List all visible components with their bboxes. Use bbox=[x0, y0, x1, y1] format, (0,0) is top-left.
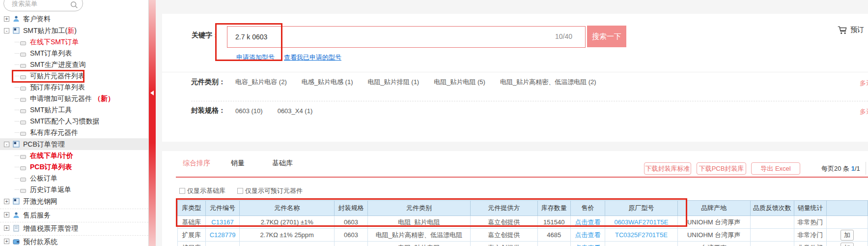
collapse-icon[interactable]: - bbox=[4, 142, 9, 147]
mpn-link[interactable]: 0603WAF2701T5E bbox=[614, 218, 668, 226]
provider-cell: 嘉立创提供 bbox=[470, 216, 537, 229]
sidebar-item-smt-personal-data[interactable]: SMT匹配个人习惯数据 bbox=[0, 116, 148, 127]
expand-icon[interactable]: + bbox=[4, 225, 9, 231]
category-option[interactable]: 电感_贴片电感 (1) bbox=[302, 78, 353, 87]
download-footprint-standard-button[interactable]: 下载封装库标准 bbox=[644, 162, 691, 175]
stock-cell bbox=[537, 242, 570, 246]
expand-icon[interactable]: + bbox=[4, 239, 9, 244]
part-name-cell bbox=[240, 242, 335, 246]
tree-stub bbox=[15, 76, 19, 76]
sidebar: + 客户资料 - SMT贴片加工(新) 在线下SMT订单 SMT订单列表 SMT… bbox=[0, 0, 149, 246]
sales-cell: 非常热门 bbox=[794, 216, 826, 229]
collapse-icon[interactable]: - bbox=[4, 28, 9, 33]
col-price: 售价 bbox=[570, 201, 605, 216]
pagination: 每页20 条 1/1 bbox=[821, 164, 860, 173]
sidebar-item-smt-progress[interactable]: SMT生产进度查询 bbox=[0, 59, 148, 70]
table-row: 扩展库 C128779 2.7KΩ ±1% 25ppm 0603 电阻_贴片高精… bbox=[178, 229, 868, 242]
multi-select-link[interactable]: 多选 bbox=[860, 107, 868, 116]
add-to-cart-button[interactable]: 加 bbox=[840, 230, 854, 241]
category-option[interactable]: 电阻_贴片高精密、低温漂电阻 (2) bbox=[500, 78, 596, 87]
lib-type-cell: 扩展库 bbox=[178, 229, 206, 242]
orderable-checkbox[interactable] bbox=[237, 188, 243, 194]
results-panel: 综合排序 销量 基础库 下载封装库标准 下载PCB封装库 导出 Excel 每页… bbox=[162, 151, 868, 246]
sidebar-item-vat-invoice[interactable]: + 增值税票开票管理 bbox=[0, 222, 148, 234]
sidebar-item-label: 预订库存订单列表 bbox=[30, 82, 85, 93]
expand-icon[interactable]: + bbox=[4, 199, 9, 204]
keyword-input[interactable] bbox=[227, 26, 586, 48]
sidebar-item-label: PCB订单列表 bbox=[30, 161, 72, 173]
sidebar-item-reserved-stock-orders[interactable]: 预订库存订单列表 bbox=[0, 82, 148, 93]
sidebar-item-label: 售后服务 bbox=[23, 209, 51, 221]
category-option[interactable]: 电阻_贴片排阻 (1) bbox=[367, 78, 419, 87]
sidebar-item-pcb-group[interactable]: - PCB订单管理 bbox=[0, 138, 148, 150]
sidebar-item-label: 客户资料 bbox=[23, 13, 51, 25]
tree-stub bbox=[15, 167, 19, 167]
basic-library-checkbox[interactable] bbox=[179, 188, 185, 194]
expand-icon[interactable]: + bbox=[4, 212, 9, 217]
sidebar-item-smt-order-list[interactable]: SMT订单列表 bbox=[0, 48, 148, 59]
sidebar-item-smt-tools[interactable]: SMT贴片工具 bbox=[0, 104, 148, 116]
export-excel-button[interactable]: 导出 Excel bbox=[751, 162, 800, 175]
col-provider: 元件提供方 bbox=[470, 201, 537, 216]
sidebar-item-pcb-order-list[interactable]: PCB订单列表 bbox=[0, 161, 148, 173]
part-name-cell: 2.7KΩ ±1% 25ppm bbox=[240, 229, 335, 242]
sidebar-item-label-tail: ) bbox=[74, 25, 77, 36]
category-option[interactable]: 电阻_贴片电阻 (5) bbox=[434, 78, 485, 87]
sidebar-item-pcb-online-order[interactable]: 在线下单/计价 bbox=[0, 150, 148, 161]
current-page[interactable]: 1 bbox=[851, 165, 855, 172]
sidebar-collapse-strip[interactable] bbox=[149, 0, 156, 246]
sidebar-item-customer-data[interactable]: + 客户资料 bbox=[0, 13, 148, 25]
tab-comprehensive-sort[interactable]: 综合排序 bbox=[183, 159, 210, 168]
new-badge: （新） bbox=[94, 93, 114, 104]
expand-icon[interactable]: + bbox=[4, 16, 9, 22]
sidebar-item-label: 申请增加可贴元器件 bbox=[30, 93, 92, 104]
category-option[interactable]: 电容_贴片电容 (2) bbox=[235, 78, 287, 87]
wallet-icon bbox=[13, 238, 20, 245]
mpn-link[interactable]: TC0325F2701T5E bbox=[615, 231, 668, 239]
multi-select-link[interactable]: 多选 bbox=[860, 79, 868, 88]
action-cell bbox=[827, 216, 868, 229]
price-link[interactable]: 点击查看 bbox=[575, 244, 601, 246]
sidebar-item-private-stock[interactable]: 私有库存元器件 bbox=[0, 127, 148, 138]
lib-type-cell: 基础库 bbox=[178, 216, 206, 229]
part-number-link[interactable]: C128779 bbox=[210, 231, 236, 239]
leaf-icon bbox=[20, 87, 26, 91]
tree-stub bbox=[15, 110, 19, 110]
price-link[interactable]: 点击查看 bbox=[575, 231, 601, 239]
sidebar-item-history-reorder[interactable]: 历史订单返单 bbox=[0, 184, 148, 195]
sidebar-item-apply-add-component[interactable]: 申请增加可贴元器件（新） bbox=[0, 93, 148, 104]
tree-stub bbox=[15, 64, 19, 65]
brand-cell: UNIOHM 台湾厚声 bbox=[677, 229, 750, 242]
price-link[interactable]: 点击查看 bbox=[575, 218, 601, 226]
package-label: 封装规格： bbox=[191, 106, 225, 115]
apply-add-model-link[interactable]: 申请添加型号 bbox=[236, 53, 275, 62]
sidebar-item-label: 预付款系统 bbox=[23, 236, 57, 246]
sidebar-item-public-board-order[interactable]: 公板订单 bbox=[0, 173, 148, 184]
service-user-icon bbox=[13, 212, 20, 218]
part-number-link[interactable]: C13167 bbox=[211, 218, 234, 226]
sidebar-item-mountable-components[interactable]: 可贴片元器件列表 bbox=[0, 70, 148, 82]
sidebar-item-after-sales[interactable]: + 售后服务 bbox=[0, 209, 148, 220]
package-option[interactable]: 0603 (10) bbox=[235, 107, 263, 115]
leaf-icon bbox=[20, 178, 26, 182]
reserve-cart[interactable]: 预订 bbox=[837, 25, 864, 35]
tab-basic-library[interactable]: 基础库 bbox=[272, 159, 293, 168]
stock-cell: 4685 bbox=[537, 229, 570, 242]
sidebar-item-smt-group[interactable]: - SMT贴片加工(新) bbox=[0, 25, 148, 36]
filter-checkbox-row: 仅显示基础库 仅显示可预订元器件 bbox=[179, 186, 303, 195]
col-package: 封装规格 bbox=[335, 201, 368, 216]
view-applied-models-link[interactable]: 查看我已申请的型号 bbox=[284, 53, 341, 62]
sidebar-item-offline-smt-order[interactable]: 在线下SMT订单 bbox=[0, 36, 148, 48]
download-pcb-library-button[interactable]: 下载PCB封装库 bbox=[697, 162, 746, 175]
tab-sales[interactable]: 销量 bbox=[231, 159, 245, 168]
search-button[interactable]: 搜索一下 bbox=[587, 26, 626, 47]
sidebar-item-laser-stencil[interactable]: + 开激光钢网 bbox=[0, 195, 148, 207]
feedback-cell bbox=[750, 229, 794, 242]
search-icon[interactable] bbox=[70, 0, 79, 9]
package-option[interactable]: 0603_X4 (1) bbox=[278, 107, 313, 115]
add-to-cart-button[interactable]: 加 bbox=[840, 243, 854, 246]
sidebar-item-label: SMT贴片工具 bbox=[30, 104, 72, 116]
category-filter-row: 元件类别： 电容_贴片电容 (2) 电感_贴片电感 (1) 电阻_贴片排阻 (1… bbox=[191, 78, 611, 87]
sidebar-item-prepayment[interactable]: + 预付款系统 bbox=[0, 235, 148, 246]
leaf-icon bbox=[20, 53, 26, 57]
